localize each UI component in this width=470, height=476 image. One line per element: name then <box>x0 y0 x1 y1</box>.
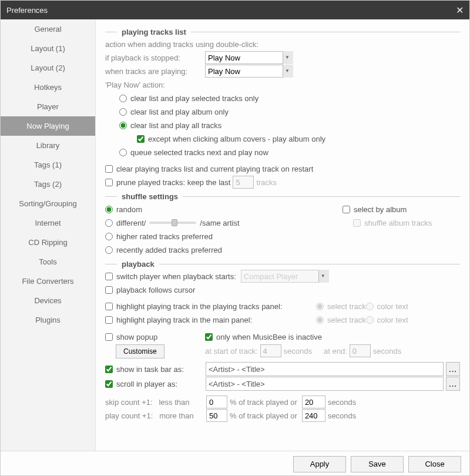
radio-clear-all[interactable] <box>119 122 127 129</box>
seconds-label: seconds <box>328 411 356 420</box>
play-pct-input[interactable] <box>206 409 227 422</box>
sidebar-item[interactable]: General <box>1 19 95 39</box>
popup-start-input <box>260 344 281 357</box>
sidebar-item[interactable]: Tags (2) <box>1 175 95 194</box>
check-highlight-playing-panel[interactable] <box>105 303 113 310</box>
sidebar-item[interactable]: Tools <box>1 252 95 271</box>
highlight-playing-panel-label: highlight playing track in the playing t… <box>116 302 316 311</box>
radio-shuffle-random[interactable] <box>105 206 113 213</box>
radio-hl1-color-label: color text <box>377 302 408 311</box>
seconds-label: seconds <box>328 398 356 407</box>
check-show-taskbar[interactable] <box>105 366 113 373</box>
if-stopped-label: if playback is stopped: <box>105 53 205 62</box>
play-count-label: play count +1: more than <box>105 411 206 420</box>
check-select-by-album-label: select by album <box>354 205 407 214</box>
radio-clear-selected-label: clear list and play selected tracks only <box>130 94 258 103</box>
save-button[interactable]: Save <box>351 456 404 472</box>
check-prune-tracks[interactable] <box>105 179 113 186</box>
check-show-taskbar-label: show in task bar as: <box>116 365 206 374</box>
group-header-label: shuffle settings <box>122 192 178 201</box>
pct-text: % of track played or <box>230 411 297 420</box>
check-shuffle-album-tracks-label: shuffle album tracks <box>364 219 432 227</box>
group-playing-tracks: playing tracks list <box>105 28 460 36</box>
sidebar-item[interactable]: Sorting/Grouping <box>1 194 95 213</box>
customise-button[interactable]: Customise <box>116 344 164 358</box>
apply-button[interactable]: Apply <box>293 456 346 472</box>
sidebar-item[interactable]: File Converters <box>1 271 95 291</box>
sidebar-item[interactable]: Plugins <box>1 310 95 330</box>
popup-start-label: at start of track: <box>205 347 258 356</box>
if-stopped-select[interactable]: Play Now <box>205 51 293 64</box>
skip-count-label: skip count +1: less than <box>105 398 206 407</box>
switch-player-select: Compact Player <box>241 270 329 283</box>
radio-shuffle-higher-rated-label: higher rated tracks preferred <box>116 232 213 241</box>
check-scroll-player-label: scroll in player as: <box>116 380 206 388</box>
sidebar-item[interactable]: CD Ripping <box>1 233 95 252</box>
sidebar-item[interactable]: Devices <box>1 291 95 310</box>
taskbar-format-input[interactable]: <Artist> - <Title> <box>206 362 444 376</box>
check-except-album-covers[interactable] <box>137 135 145 143</box>
seconds-label: seconds <box>373 347 401 356</box>
radio-clear-album-label: clear list and play album only <box>130 108 229 116</box>
window-title: Preferences <box>6 6 48 15</box>
sidebar-item[interactable]: Library <box>1 136 95 155</box>
seconds-label: seconds <box>284 347 312 356</box>
radio-shuffle-different[interactable] <box>105 219 113 227</box>
sidebar-item[interactable]: Player <box>1 97 95 116</box>
check-only-inactive-label: only when MusicBee is inactive <box>216 333 322 341</box>
titlebar: Preferences ✕ <box>1 1 469 19</box>
radio-clear-all-label: clear list and play all tracks <box>130 121 221 130</box>
radio-hl1-select <box>316 303 324 310</box>
check-except-album-covers-label: except when clicking album covers - play… <box>148 135 325 143</box>
check-switch-player[interactable] <box>105 273 113 280</box>
shuffle-different-label: different/ <box>116 219 146 227</box>
check-shuffle-album-tracks <box>353 219 361 227</box>
pct-text: % of track played or <box>230 398 297 407</box>
check-follows-cursor-label: playback follows cursor <box>116 286 195 294</box>
content-panel: playing tracks list action when adding t… <box>96 19 469 451</box>
popup-end-label: at end: <box>324 347 347 356</box>
sidebar-item[interactable]: Layout (2) <box>1 58 95 78</box>
radio-clear-album[interactable] <box>119 108 127 116</box>
sidebar: GeneralLayout (1)Layout (2)HotkeysPlayer… <box>1 19 96 451</box>
skip-sec-input[interactable] <box>302 395 325 408</box>
group-playback: playback <box>105 260 460 269</box>
radio-shuffle-higher-rated[interactable] <box>105 233 113 240</box>
radio-hl1-color <box>366 303 374 310</box>
check-highlight-main-panel[interactable] <box>105 316 113 324</box>
prune-count-input[interactable] <box>233 176 254 189</box>
when-playing-select[interactable]: Play Now <box>205 65 293 78</box>
sidebar-item[interactable]: Hotkeys <box>1 78 95 97</box>
radio-queue-next[interactable] <box>119 149 127 156</box>
taskbar-format-button[interactable]: ... <box>446 362 460 376</box>
radio-queue-next-label: queue selected tracks next and play now <box>130 148 268 157</box>
close-button[interactable]: Close <box>408 456 461 472</box>
scroll-format-input[interactable]: <Artist> - <Title> <box>206 377 444 391</box>
footer: Apply Save Close <box>1 451 469 476</box>
check-switch-player-label: switch player when playback starts: <box>116 272 236 281</box>
sidebar-item[interactable]: Tags (1) <box>1 155 95 175</box>
check-only-inactive[interactable] <box>205 333 213 341</box>
when-playing-label: when tracks are playing: <box>105 67 205 76</box>
check-show-popup[interactable] <box>105 333 113 341</box>
shuffle-artist-slider[interactable] <box>149 222 196 224</box>
check-follows-cursor[interactable] <box>105 286 113 294</box>
radio-hl2-select-label: select track <box>327 316 366 324</box>
radio-hl2-color-label: color text <box>377 316 408 324</box>
highlight-main-panel-label: highlight playing track in the main pane… <box>116 316 316 324</box>
check-select-by-album[interactable] <box>343 206 350 213</box>
play-now-action-label: 'Play Now' action: <box>105 78 460 91</box>
radio-shuffle-recent[interactable] <box>105 246 113 254</box>
check-show-popup-label: show popup <box>116 333 157 341</box>
sidebar-item[interactable]: Layout (1) <box>1 39 95 58</box>
radio-clear-selected[interactable] <box>119 95 127 102</box>
sidebar-item[interactable]: Now Playing <box>1 116 95 136</box>
check-scroll-player[interactable] <box>105 380 113 388</box>
close-icon[interactable]: ✕ <box>456 5 464 16</box>
skip-pct-input[interactable] <box>206 395 227 408</box>
sidebar-item[interactable]: Internet <box>1 213 95 233</box>
check-clear-on-restart[interactable] <box>105 165 113 173</box>
play-sec-input[interactable] <box>302 409 325 422</box>
radio-hl1-select-label: select track <box>327 302 366 311</box>
scroll-format-button[interactable]: ... <box>446 377 460 391</box>
